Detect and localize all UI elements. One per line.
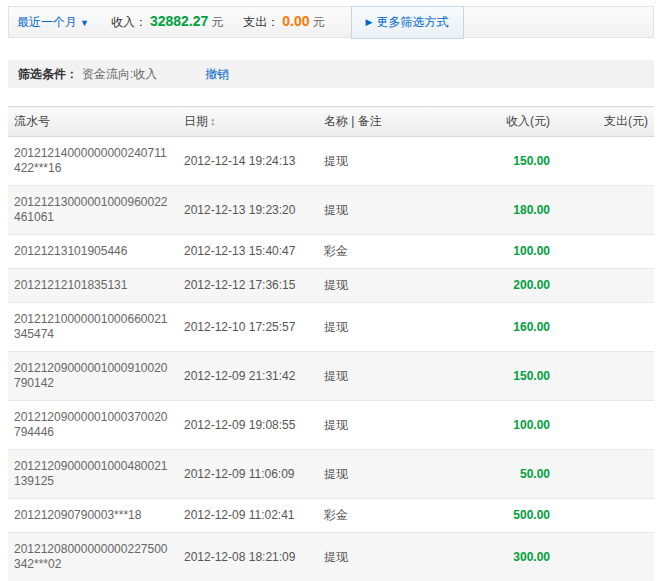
table-row: 201212090790003***182012-12-09 11:02:41彩…	[8, 499, 654, 533]
cell-date: 2012-12-09 11:06:09	[178, 450, 318, 499]
cell-expense	[556, 401, 654, 450]
cell-name: 提现	[318, 303, 426, 352]
more-filters-label: 更多筛选方式	[377, 14, 449, 31]
cell-serial: 20121213101905446	[8, 235, 178, 269]
period-label: 最近一个月	[17, 15, 77, 29]
transactions-table: 流水号 日期↕ 名称 | 备注 收入(元) 支出(元) 201212140000…	[8, 106, 654, 581]
cell-income: 100.00	[426, 401, 556, 450]
header-date-label: 日期	[184, 114, 208, 128]
cell-expense	[556, 533, 654, 581]
cell-serial: 20121213000001000960022461061	[8, 186, 178, 235]
cell-serial: 20121209000001000370020794446	[8, 401, 178, 450]
table-row: 20121208000000000227500342***022012-12-0…	[8, 533, 654, 581]
cell-income: 150.00	[426, 137, 556, 186]
cell-income: 200.00	[426, 269, 556, 303]
cell-serial: 20121210000001000660021345474	[8, 303, 178, 352]
cell-serial: 20121209000001000910020790142	[8, 352, 178, 401]
cell-date: 2012-12-12 17:36:15	[178, 269, 318, 303]
table-row: 201212130000010009600224610612012-12-13 …	[8, 186, 654, 235]
expense-label: 支出：	[243, 15, 279, 29]
more-filters-button[interactable]: ▶ 更多筛选方式	[351, 6, 464, 39]
cell-name: 提现	[318, 401, 426, 450]
cell-name: 提现	[318, 450, 426, 499]
cell-serial: 20121208000000000227500342***02	[8, 533, 178, 581]
cell-name: 提现	[318, 533, 426, 581]
cell-date: 2012-12-09 11:02:41	[178, 499, 318, 533]
cell-expense	[556, 269, 654, 303]
table-row: 201212090000010009100207901422012-12-09 …	[8, 352, 654, 401]
cell-income: 300.00	[426, 533, 556, 581]
cell-name: 彩金	[318, 499, 426, 533]
income-value: 32882.27	[150, 13, 208, 29]
cell-name: 彩金	[318, 235, 426, 269]
cell-expense	[556, 235, 654, 269]
cell-date: 2012-12-13 19:23:20	[178, 186, 318, 235]
cell-date: 2012-12-10 17:25:57	[178, 303, 318, 352]
cell-income: 150.00	[426, 352, 556, 401]
table-row: 201212131019054462012-12-13 15:40:47彩金10…	[8, 235, 654, 269]
header-date-sortable[interactable]: 日期↕	[178, 107, 318, 137]
filter-condition-label: 筛选条件：	[18, 66, 78, 83]
cell-income: 160.00	[426, 303, 556, 352]
cell-income: 500.00	[426, 499, 556, 533]
cell-income: 100.00	[426, 235, 556, 269]
cell-date: 2012-12-09 19:08:55	[178, 401, 318, 450]
cell-serial: 20121212101835131	[8, 269, 178, 303]
cell-serial: 20121214000000000240711422***16	[8, 137, 178, 186]
table-body: 20121214000000000240711422***162012-12-1…	[8, 137, 654, 581]
cell-name: 提现	[318, 352, 426, 401]
cell-serial: 201212090790003***18	[8, 499, 178, 533]
cell-expense	[556, 137, 654, 186]
cell-name: 提现	[318, 137, 426, 186]
header-expense: 支出(元)	[556, 107, 654, 137]
header-income: 收入(元)	[426, 107, 556, 137]
cell-income: 180.00	[426, 186, 556, 235]
cell-expense	[556, 499, 654, 533]
filter-toolbar: 最近一个月▼ 收入：32882.27元 支出：0.00元 ▶ 更多筛选方式	[8, 6, 654, 38]
header-serial: 流水号	[8, 107, 178, 137]
cell-income: 50.00	[426, 450, 556, 499]
cell-name: 提现	[318, 186, 426, 235]
cell-expense	[556, 303, 654, 352]
filter-condition-bar: 筛选条件： 资金流向:收入 撤销	[8, 60, 654, 88]
header-name-remark: 名称 | 备注	[318, 107, 426, 137]
sort-icon: ↕	[210, 115, 216, 127]
expense-summary: 支出：0.00元	[243, 13, 324, 31]
cell-date: 2012-12-09 21:31:42	[178, 352, 318, 401]
table-row: 201212090000010004800211391252012-12-09 …	[8, 450, 654, 499]
income-label: 收入：	[111, 15, 147, 29]
arrow-right-icon: ▶	[366, 17, 373, 27]
cell-expense	[556, 352, 654, 401]
expense-unit: 元	[313, 15, 325, 29]
cell-name: 提现	[318, 269, 426, 303]
cell-expense	[556, 186, 654, 235]
chevron-down-icon: ▼	[80, 18, 89, 28]
period-dropdown[interactable]: 最近一个月▼	[17, 14, 89, 31]
cell-date: 2012-12-13 15:40:47	[178, 235, 318, 269]
undo-filter-link[interactable]: 撤销	[205, 66, 229, 83]
income-unit: 元	[211, 15, 223, 29]
transactions-page: 最近一个月▼ 收入：32882.27元 支出：0.00元 ▶ 更多筛选方式 筛选…	[0, 0, 662, 581]
cell-date: 2012-12-08 18:21:09	[178, 533, 318, 581]
filter-condition-value: 资金流向:收入	[82, 66, 157, 83]
income-summary: 收入：32882.27元	[111, 13, 223, 31]
table-row: 201212100000010006600213454742012-12-10 …	[8, 303, 654, 352]
cell-serial: 20121209000001000480021139125	[8, 450, 178, 499]
cell-date: 2012-12-14 19:24:13	[178, 137, 318, 186]
table-header-row: 流水号 日期↕ 名称 | 备注 收入(元) 支出(元)	[8, 107, 654, 137]
table-row: 20121214000000000240711422***162012-12-1…	[8, 137, 654, 186]
table-row: 201212121018351312012-12-12 17:36:15提现20…	[8, 269, 654, 303]
table-row: 201212090000010003700207944462012-12-09 …	[8, 401, 654, 450]
cell-expense	[556, 450, 654, 499]
expense-value: 0.00	[282, 13, 309, 29]
